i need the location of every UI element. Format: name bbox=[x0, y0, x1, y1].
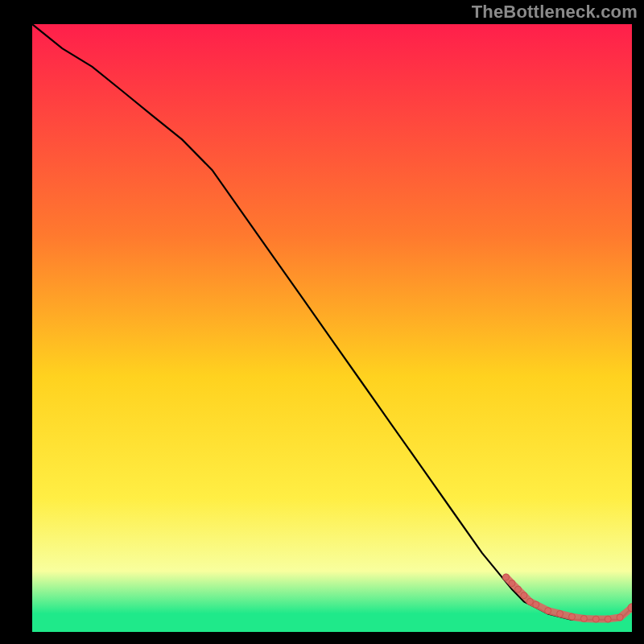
marker-dot bbox=[503, 574, 510, 580]
marker-dot bbox=[526, 598, 533, 605]
chart-svg bbox=[32, 24, 632, 632]
marker-dot bbox=[569, 613, 576, 620]
marker-dot bbox=[592, 616, 599, 622]
marker-dot bbox=[509, 580, 515, 587]
marker-dot bbox=[617, 614, 623, 621]
plot-area bbox=[32, 24, 632, 632]
marker-dot bbox=[515, 586, 522, 592]
marker-dot bbox=[521, 592, 527, 599]
watermark-text: TheBottleneck.com bbox=[472, 2, 638, 23]
marker-dot bbox=[580, 615, 587, 621]
marker-dot bbox=[557, 610, 564, 617]
marker-dot bbox=[533, 601, 539, 608]
gradient-background bbox=[32, 24, 632, 632]
marker-dot bbox=[605, 616, 611, 622]
chart-frame: TheBottleneck.com bbox=[0, 0, 644, 644]
marker-dot bbox=[545, 608, 551, 614]
